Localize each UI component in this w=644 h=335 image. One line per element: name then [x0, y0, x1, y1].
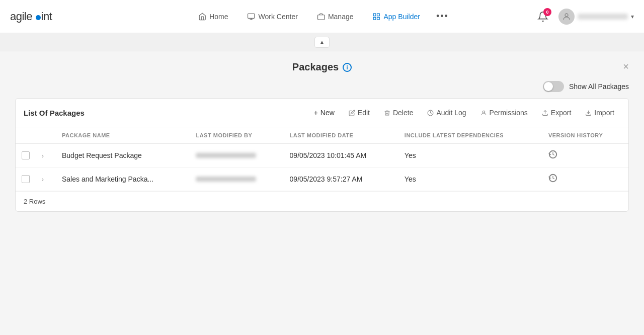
- nav-workcenter[interactable]: Work Center: [240, 9, 305, 25]
- modified-date: 09/05/2023 9:57:27 AM: [290, 175, 363, 183]
- delete-button[interactable]: Delete: [378, 106, 419, 120]
- show-all-toggle[interactable]: [543, 81, 564, 92]
- row-expand-cell: ›: [36, 168, 56, 191]
- version-history-icon[interactable]: [548, 152, 557, 160]
- version-history-icon[interactable]: [548, 176, 557, 184]
- toggle-knob: [544, 82, 553, 91]
- modified-date-cell: 09/05/2023 9:57:27 AM: [284, 168, 398, 191]
- modified-by-cell: [190, 168, 283, 191]
- export-label: Export: [551, 109, 571, 117]
- nav-manage-label: Manage: [328, 13, 354, 21]
- more-options-button[interactable]: •••: [432, 7, 453, 26]
- collapse-bar: ▲: [0, 33, 644, 51]
- row-checkbox-cell: [16, 168, 36, 191]
- nav-appbuilder[interactable]: App Builder: [365, 9, 427, 25]
- nav-home-label: Home: [209, 13, 228, 21]
- nav-workcenter-label: Work Center: [259, 13, 298, 21]
- download-icon: [585, 110, 592, 116]
- row-count: 2 Rows: [24, 198, 45, 205]
- modified-date: 09/05/2023 10:01:45 AM: [290, 151, 367, 159]
- row-expand-cell: ›: [36, 144, 56, 168]
- page-title: Packages: [292, 61, 339, 73]
- navbar-nav: Home Work Center Manage App Builder •••: [191, 7, 453, 26]
- info-icon[interactable]: i: [343, 63, 352, 72]
- include-latest-cell: Yes: [398, 144, 542, 168]
- package-name-cell: Sales and Marketing Packa...: [56, 168, 190, 191]
- table-toolbar: List Of Packages + New Edit Delete: [16, 99, 628, 127]
- chevron-down-icon: ▾: [631, 13, 634, 20]
- col-include-latest: INCLUDE LATEST DEPENDENCIES: [398, 127, 542, 144]
- row-checkbox-cell: [16, 144, 36, 168]
- person-icon: [480, 110, 487, 116]
- user-name: [578, 14, 628, 20]
- table-header-row: PACKAGE NAME LAST MODIFIED BY LAST MODIF…: [16, 127, 628, 144]
- home-icon: [198, 13, 206, 21]
- svg-rect-6: [373, 17, 376, 20]
- page-title-wrap: Packages i: [292, 61, 352, 73]
- table-row: › Budget Request Package 09/05/2023 10:0…: [16, 144, 628, 168]
- clock-icon: [427, 110, 434, 116]
- import-label: Import: [594, 109, 614, 117]
- col-expand: [36, 127, 56, 144]
- show-all-label: Show All Packages: [569, 82, 629, 91]
- col-last-modified-by: LAST MODIFIED BY: [190, 127, 283, 144]
- modified-by: [196, 177, 256, 182]
- include-latest-cell: Yes: [398, 168, 542, 191]
- notifications-button[interactable]: 0: [533, 7, 552, 26]
- briefcase-icon: [317, 13, 325, 21]
- svg-rect-3: [317, 15, 324, 19]
- nav-home[interactable]: Home: [191, 9, 235, 25]
- col-last-modified-date: LAST MODIFIED DATE: [284, 127, 398, 144]
- dots-icon: •••: [436, 11, 449, 22]
- import-button[interactable]: Import: [579, 106, 620, 120]
- svg-point-8: [565, 14, 568, 17]
- col-checkbox: [16, 127, 36, 144]
- collapse-button[interactable]: ▲: [314, 37, 330, 48]
- logo-dot: [36, 15, 41, 20]
- audit-log-button[interactable]: Audit Log: [421, 106, 472, 120]
- version-history-cell: [542, 168, 628, 191]
- modified-by: [196, 153, 256, 158]
- main-content: Packages i × Show All Packages List Of P…: [0, 51, 644, 335]
- avatar: [558, 9, 575, 25]
- delete-label: Delete: [393, 109, 413, 117]
- row-checkbox[interactable]: [22, 151, 30, 159]
- plus-icon: +: [314, 109, 318, 117]
- navbar-right: 0 ▾: [533, 7, 634, 26]
- row-checkbox[interactable]: [22, 175, 30, 183]
- row-expand-icon[interactable]: ›: [42, 176, 44, 183]
- svg-rect-7: [377, 17, 380, 20]
- logo-text: agile int: [10, 10, 52, 23]
- page-header: Packages i ×: [15, 61, 629, 73]
- trash-icon: [384, 110, 390, 116]
- packages-table-card: List Of Packages + New Edit Delete: [15, 98, 629, 212]
- svg-rect-5: [377, 14, 380, 16]
- new-label: New: [320, 109, 335, 117]
- modified-by-cell: [190, 144, 283, 168]
- col-package-name: PACKAGE NAME: [56, 127, 190, 144]
- user-menu[interactable]: ▾: [558, 9, 634, 25]
- modified-date-cell: 09/05/2023 10:01:45 AM: [284, 144, 398, 168]
- audit-log-label: Audit Log: [436, 109, 466, 117]
- toggle-row: Show All Packages: [15, 81, 629, 92]
- chevron-up-icon: ▲: [319, 39, 325, 45]
- nav-manage[interactable]: Manage: [310, 9, 361, 25]
- edit-button[interactable]: Edit: [343, 106, 376, 120]
- include-latest: Yes: [405, 175, 416, 183]
- close-button[interactable]: ×: [623, 61, 629, 71]
- export-button[interactable]: Export: [536, 106, 577, 120]
- packages-table: PACKAGE NAME LAST MODIFIED BY LAST MODIF…: [16, 127, 628, 191]
- package-name: Budget Request Package: [62, 151, 142, 159]
- new-button[interactable]: + New: [308, 106, 341, 120]
- edit-icon: [349, 110, 355, 116]
- navbar: agile int Home Work Center Manage: [0, 0, 644, 33]
- grid-icon: [372, 13, 380, 21]
- include-latest: Yes: [405, 151, 416, 159]
- permissions-button[interactable]: Permissions: [474, 106, 534, 120]
- monitor-icon: [248, 13, 256, 21]
- svg-rect-4: [373, 14, 376, 16]
- package-name: Sales and Marketing Packa...: [62, 175, 153, 183]
- permissions-label: Permissions: [490, 109, 528, 117]
- table-footer: 2 Rows: [16, 191, 628, 211]
- row-expand-icon[interactable]: ›: [42, 152, 44, 159]
